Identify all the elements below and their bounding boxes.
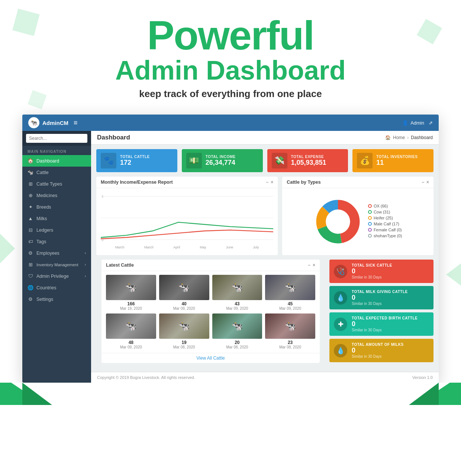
line-chart-svg: 1 0: [101, 192, 273, 244]
svg-text:0: 0: [101, 238, 103, 242]
navbar-left: 🐄 AdminCM ≡: [28, 117, 78, 128]
expected-birth-value: 0: [352, 320, 418, 328]
cattle-item: 19 Mar 08, 2020: [159, 313, 209, 349]
donut-chart-area: OX (66) Cow (31) Heifer (25): [282, 188, 433, 255]
settings-icon: ⚙: [28, 296, 33, 302]
sidebar-item-breeds[interactable]: ✦ Breeds: [22, 201, 91, 213]
milk-giving-sub: Similar in 30 Days: [352, 302, 408, 306]
sidebar-item-label: Ledgers: [36, 228, 53, 233]
sidebar-item-label: Cattle Types: [36, 181, 62, 187]
sidebar-item-label: Settings: [36, 297, 53, 302]
stat-inventories-info: TOTAL INVENTORIES 11: [376, 155, 418, 167]
sidebar-item-inventory[interactable]: ⊞ Inventory Management ›: [22, 259, 91, 270]
cattle-item: 45 Mar 09, 2020: [265, 275, 315, 311]
sidebar-item-label: Milks: [36, 216, 47, 221]
sidebar-item-label: Admin Privilege: [36, 274, 69, 279]
close-icon-3[interactable]: ×: [313, 263, 315, 268]
svg-point-9: [326, 210, 350, 234]
stat-cattle-value: 172: [120, 159, 150, 167]
hero-title-admin: Admin Dashboard: [22, 56, 439, 85]
legend-label-shohan: shohanType (0): [374, 234, 402, 238]
sidebar-item-cattle-types[interactable]: ⊞ Cattle Types: [22, 178, 91, 190]
stat-card-cattle[interactable]: 🐾 TOTAL CATTLE 172: [96, 149, 177, 172]
x-label: July: [253, 245, 259, 249]
sidebar-item-admin-privilege[interactable]: 🛡 Admin Privilege ›: [22, 270, 91, 282]
legend-dot-heifer: [368, 216, 372, 220]
cattle-image: [106, 275, 156, 300]
sidebar-item-ledgers[interactable]: ⊟ Ledgers: [22, 224, 91, 236]
stat-cattle-icon: 🐾: [101, 153, 116, 168]
sidebar-item-cattle[interactable]: 🐄 Cattle: [22, 167, 91, 178]
stat-amount-milks: 💧 TOTAL AMOUNT OF MILKS 0 Similar in 30 …: [329, 339, 433, 362]
stat-expense-info: TOTAL EXPENSE 1,05,93,851: [291, 155, 326, 167]
cattle-date: Mar 08, 2020: [265, 345, 315, 349]
hamburger-button[interactable]: ≡: [74, 119, 78, 127]
dashboard-wrapper: 🐄 AdminCM ≡ 👤 Admin ⇗ MAIN NAVIGATION 🏠 …: [22, 115, 439, 383]
minimize-icon[interactable]: −: [266, 180, 268, 185]
admin-badge: 👤 Admin: [402, 120, 424, 126]
sidebar-item-employees[interactable]: ⚙ Employees ›: [22, 247, 91, 259]
tags-icon: 🏷: [28, 239, 33, 244]
search-input[interactable]: [26, 134, 87, 143]
dashboard-footer: Copyright © 2019 Bogra Livestock. All ri…: [91, 372, 439, 383]
sidebar-item-tags[interactable]: 🏷 Tags: [22, 236, 91, 247]
minimize-icon-2[interactable]: −: [422, 180, 424, 185]
page-title: Dashboard: [97, 134, 130, 141]
cattle-date: Mar 08, 2020: [159, 345, 209, 349]
cattle-date: Mar 09, 2020: [106, 345, 156, 349]
cattle-image: [265, 313, 315, 339]
share-icon[interactable]: ⇗: [429, 120, 433, 126]
sidebar-item-dashboard[interactable]: 🏠 Dashboard: [22, 155, 91, 167]
stat-income-icon: 💵: [186, 153, 202, 168]
sidebar-section-title: MAIN NAVIGATION: [22, 146, 91, 155]
brand-name: AdminCM: [42, 120, 68, 126]
sidebar-item-label: Employees: [36, 251, 59, 256]
stat-expected-birth: ✚ TOTAL EXPECTED BIRTH CATTLE 0 Similar …: [329, 312, 433, 336]
charts-row: Monthly Income/Expense Report − ×: [91, 177, 439, 260]
chevron-right-icon: ›: [85, 251, 86, 255]
cattle-item: 48 Mar 09, 2020: [106, 313, 156, 349]
latest-cattle-panel: Latest Cattle − × 166 Mar 19, 2020: [101, 260, 320, 363]
sick-cattle-icon: 🩺: [334, 265, 347, 278]
close-icon[interactable]: ×: [271, 180, 273, 185]
legend-dot-ox: [368, 204, 372, 208]
sidebar-item-settings[interactable]: ⚙ Settings: [22, 293, 91, 305]
stat-card-expense[interactable]: 💸 TOTAL EXPENSE 1,05,93,851: [267, 149, 348, 172]
cattle-icon: 🐄: [28, 170, 33, 175]
hero-title-powerful: Powerful: [22, 15, 439, 56]
chevron-right-icon: ›: [85, 263, 86, 267]
expected-birth-icon: ✚: [334, 318, 347, 331]
countries-icon: 🌐: [28, 285, 33, 290]
cattle-item: 23 Mar 08, 2020: [265, 313, 315, 349]
cattle-item: 43 Mar 09, 2020: [212, 275, 262, 311]
amount-milks-content: TOTAL AMOUNT OF MILKS 0 Similar in 30 Da…: [352, 342, 404, 358]
stat-card-inventories[interactable]: 💰 TOTAL INVENTORIES 11: [352, 149, 433, 172]
sick-cattle-sub: Similar in 30 Days: [352, 275, 392, 279]
main-layout: MAIN NAVIGATION 🏠 Dashboard 🐄 Cattle ⊞ C…: [22, 131, 439, 383]
stat-cattle-info: TOTAL CATTLE 172: [120, 155, 150, 167]
sidebar-item-medicines[interactable]: ⊕ Medicines: [22, 190, 91, 201]
view-all-cattle-button[interactable]: View All Cattle: [101, 353, 320, 363]
close-icon-2[interactable]: ×: [426, 180, 429, 185]
stat-expense-label: TOTAL EXPENSE: [291, 155, 326, 159]
cattle-number: 48: [106, 340, 156, 345]
cattle-number: 40: [159, 301, 209, 306]
sidebar-item-label: Tags: [36, 239, 46, 244]
sidebar-item-milks[interactable]: ▲ Milks: [22, 213, 91, 224]
brand-icon: 🐄: [28, 117, 39, 128]
cattle-item: 166 Mar 19, 2020: [106, 275, 156, 311]
sidebar-item-label: Countries: [36, 285, 57, 290]
breadcrumb-home[interactable]: Home: [393, 135, 405, 140]
legend-label-heifer: Heifer (25): [374, 216, 393, 220]
monthly-chart-area: 1 0 March March April May June July: [96, 188, 278, 251]
sidebar-item-countries[interactable]: 🌐 Countries: [22, 282, 91, 293]
stat-card-income[interactable]: 💵 TOTAL INCOME 26,34,774: [182, 149, 263, 172]
panel-controls-3: − ×: [308, 263, 315, 268]
admin-icon: 👤: [402, 120, 408, 126]
copyright-text: Copyright © 2019 Bogra Livestock. All ri…: [97, 375, 195, 380]
cattle-grid: 166 Mar 19, 2020 40 Mar 09, 2020 43: [101, 271, 320, 353]
legend-female-calf: Female Calf (0): [368, 228, 402, 232]
minimize-icon-3[interactable]: −: [308, 263, 310, 268]
milk-giving-value: 0: [352, 294, 408, 302]
x-label: March: [115, 245, 125, 249]
